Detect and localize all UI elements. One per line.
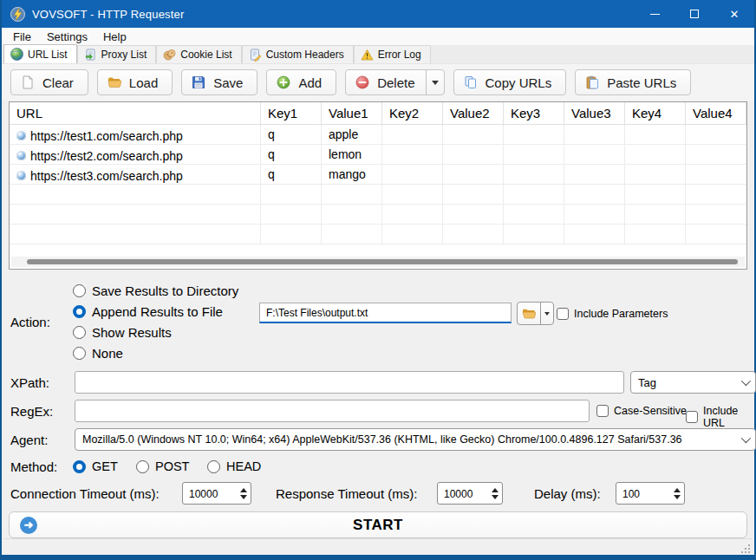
radio-method-head[interactable]: HEAD <box>207 458 261 475</box>
clear-label: Clear <box>42 75 74 90</box>
menu-help[interactable]: Help <box>95 29 134 45</box>
browse-dropdown-button[interactable] <box>540 303 553 324</box>
radio-save-results-directory[interactable]: Save Results to Directory <box>73 282 238 299</box>
radio-icon <box>73 347 86 360</box>
radio-checked-icon <box>73 460 86 473</box>
checkbox-label: Case-Sensitive <box>614 405 687 417</box>
spinner-arrows-icon[interactable] <box>237 483 251 504</box>
delay-label: Delay (ms): <box>534 486 601 501</box>
radio-label: POST <box>155 459 189 473</box>
url-globe-icon <box>16 171 26 180</box>
response-timeout-label: Response Timeout (ms): <box>276 486 417 501</box>
include-url-checkbox[interactable]: Include URL <box>686 405 753 429</box>
response-timeout-spinner[interactable]: 10000 <box>437 482 503 505</box>
url-globe-icon <box>16 151 26 160</box>
tab-url-list[interactable]: URL List <box>3 44 77 63</box>
column-header-key3[interactable]: Key3 <box>504 102 564 124</box>
table-header-row: URL Key1 Value1 Key2 Value2 Key3 Value3 … <box>10 102 746 125</box>
checkbox-icon <box>686 411 698 423</box>
radio-label: None <box>92 346 123 361</box>
minimize-button[interactable] <box>635 0 675 28</box>
radio-method-post[interactable]: POST <box>136 458 189 475</box>
paste-clipboard-icon <box>585 75 599 89</box>
delete-split-button: Delete <box>345 69 444 95</box>
empty-row <box>10 185 746 205</box>
tab-error-log[interactable]: Error Log <box>354 45 431 63</box>
minimize-icon <box>650 14 660 15</box>
spinner-arrows-icon[interactable] <box>488 483 502 504</box>
caret-down-icon <box>544 312 550 316</box>
agent-combobox[interactable]: Mozilla/5.0 (Windows NT 10.0; Win64; x64… <box>75 428 756 451</box>
column-header-value2[interactable]: Value2 <box>443 102 504 124</box>
delay-spinner[interactable]: 100 <box>616 482 685 505</box>
radio-show-results[interactable]: Show Results <box>73 323 172 341</box>
delete-dropdown-button[interactable] <box>426 70 444 94</box>
radio-label: Append Results to File <box>92 304 223 319</box>
column-header-key4[interactable]: Key4 <box>625 102 686 124</box>
copy-urls-button[interactable]: Copy URLs <box>453 69 567 95</box>
radio-label: Save Results to Directory <box>92 283 238 298</box>
radio-label: HEAD <box>226 459 261 473</box>
method-label: Method: <box>10 459 57 474</box>
save-button[interactable]: Save <box>181 69 257 95</box>
output-file-input[interactable] <box>259 303 512 323</box>
copy-icon <box>464 75 478 89</box>
key1-cell: q <box>261 145 322 164</box>
custom-headers-icon <box>249 49 262 62</box>
connection-timeout-spinner[interactable]: 10000 <box>182 482 251 505</box>
column-header-key2[interactable]: Key2 <box>382 102 443 124</box>
radio-append-results-file[interactable]: Append Results to File <box>73 303 223 320</box>
action-label: Action: <box>10 315 50 329</box>
horizontal-scrollbar[interactable] <box>11 257 745 267</box>
app-window: VOVSOFT - HTTP Requester ✕ File Settings… <box>0 0 756 560</box>
radio-method-get[interactable]: GET <box>73 458 118 475</box>
empty-row <box>10 205 746 225</box>
load-button[interactable]: Load <box>97 69 173 95</box>
regex-input[interactable] <box>75 400 590 422</box>
radio-label: Show Results <box>92 325 172 340</box>
maximize-button[interactable] <box>675 0 714 28</box>
close-button[interactable]: ✕ <box>714 0 754 28</box>
menu-settings[interactable]: Settings <box>39 29 95 45</box>
tab-proxy-list[interactable]: Proxy List <box>77 45 157 63</box>
checkbox-label: Include URL <box>703 405 753 429</box>
value1-cell: lemon <box>322 145 382 164</box>
menubar: File Settings Help <box>2 28 754 45</box>
load-label: Load <box>129 75 158 90</box>
key1-cell: q <box>261 125 322 144</box>
spinner-arrows-icon[interactable] <box>670 483 684 504</box>
column-header-value3[interactable]: Value3 <box>564 102 625 124</box>
floppy-disk-icon <box>192 75 205 89</box>
table-row[interactable]: https://test2.com/search.php q lemon <box>10 145 746 165</box>
column-header-url[interactable]: URL <box>10 102 261 124</box>
window-controls: ✕ <box>635 0 754 28</box>
delete-button[interactable]: Delete <box>346 70 425 94</box>
xpath-mode-select[interactable]: Tag <box>630 371 756 394</box>
caret-down-icon <box>432 81 439 85</box>
resize-grip[interactable] <box>740 543 750 553</box>
blank-page-icon <box>21 75 35 89</box>
table-row[interactable]: https://test1.com/search.php q apple <box>10 125 746 145</box>
paste-urls-label: Paste URLs <box>607 75 676 90</box>
clear-button[interactable]: Clear <box>10 69 88 95</box>
case-sensitive-checkbox[interactable]: Case-Sensitive <box>596 405 687 417</box>
column-header-value4[interactable]: Value4 <box>686 102 746 124</box>
empty-row <box>10 225 746 244</box>
xpath-input[interactable] <box>75 371 624 394</box>
include-parameters-checkbox[interactable]: Include Parameters <box>557 308 668 320</box>
scrollbar-thumb[interactable] <box>27 259 738 264</box>
browse-folder-button[interactable] <box>518 303 540 324</box>
column-header-value1[interactable]: Value1 <box>322 102 382 124</box>
paste-urls-button[interactable]: Paste URLs <box>575 69 691 95</box>
tab-cookie-list[interactable]: Cookie List <box>156 45 241 63</box>
table-row[interactable]: https://test3.com/search.php q mango <box>10 165 746 185</box>
start-button[interactable]: ➜ START <box>9 511 747 538</box>
window-bottom-border <box>2 555 754 560</box>
close-icon: ✕ <box>730 8 740 21</box>
radio-none[interactable]: None <box>73 344 123 361</box>
column-header-key1[interactable]: Key1 <box>261 102 322 124</box>
radio-icon <box>136 460 149 473</box>
menu-file[interactable]: File <box>5 29 39 45</box>
add-button[interactable]: Add <box>266 69 336 95</box>
tab-custom-headers[interactable]: Custom Headers <box>242 45 354 63</box>
